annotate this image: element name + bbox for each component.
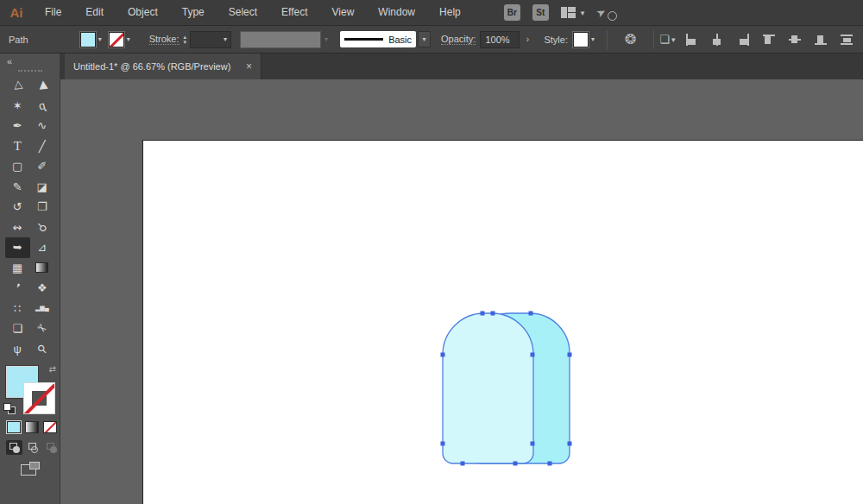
menu-file[interactable]: File [33,0,73,25]
menu-window[interactable]: Window [366,0,427,25]
share-button[interactable]: ➤ [596,5,617,21]
rotate-tool[interactable]: ↺ [5,197,30,217]
eraser-tool-icon: ◪ [37,180,47,193]
stroke-weight-dropdown[interactable]: ▾ [190,31,231,48]
mesh-tool[interactable]: ▦ [5,258,30,279]
eyedropper-tool[interactable]: ❜ [5,278,30,299]
artboard-tool[interactable]: ❏ [5,318,30,339]
menu-type[interactable]: Type [170,0,217,25]
menu-help[interactable]: Help [427,0,473,25]
anchor-point[interactable] [513,462,518,466]
blend-tool[interactable]: ❖ [30,278,55,299]
fill-color-swatch[interactable] [80,32,96,47]
brush-definition-dropdown[interactable]: Basic [340,31,416,47]
anchor-point[interactable] [529,312,533,316]
anchor-point[interactable] [441,353,445,357]
type-tool[interactable]: T [5,136,30,157]
hand-tool[interactable]: ψ [5,339,30,360]
puppet-warp-tool[interactable]: ⚲ [30,217,55,238]
paintbrush-tool[interactable]: ✐ [30,156,55,177]
draw-behind-button[interactable] [25,440,41,455]
shaper-tool[interactable]: ✎ [5,177,30,198]
vertical-align-bottom-button[interactable] [814,33,828,47]
rounded-shape-front[interactable] [443,313,533,463]
anchor-point[interactable] [491,312,495,316]
recolor-artwork-icon[interactable]: ❂ [625,31,636,47]
menu-edit[interactable]: Edit [73,0,116,25]
width-profile-dropdown[interactable] [240,31,321,48]
stroke-link[interactable]: Stroke: [149,34,180,45]
draw-normal-button[interactable] [6,440,22,455]
menu-view[interactable]: View [320,0,367,25]
menu-effect[interactable]: Effect [269,0,319,25]
stroke-none-swatch[interactable] [109,32,124,47]
style-swatch[interactable] [573,32,589,47]
perspective-grid-tool[interactable]: ⊿ [30,237,55,258]
chevron-down-icon[interactable]: ▾ [127,35,130,43]
panel-grip[interactable] [18,70,42,72]
document-tab[interactable]: Untitled-1* @ 66.67% (RGB/Preview) × [65,54,261,79]
horizontal-align-left-button[interactable] [684,33,699,47]
scale-tool[interactable]: ❐ [30,197,55,217]
horizontal-align-right-button[interactable] [736,33,751,47]
horizontal-align-center-button[interactable] [710,33,725,47]
menu-items: FileEditObjectTypeSelectEffectViewWindow… [33,0,473,25]
vertical-align-top-button[interactable] [762,33,777,47]
zoom-tool[interactable]: ⚲ [30,339,55,360]
brush-dropdown-chevron[interactable]: ▾ [418,31,431,47]
none-slash-icon [23,383,55,414]
vertical-align-center-button[interactable] [788,33,803,47]
anchor-point[interactable] [568,442,572,446]
anchor-point[interactable] [531,353,535,357]
column-graph-tool-icon: ▂▆▄ [35,305,49,312]
screen-mode-button[interactable] [21,462,40,476]
opacity-link[interactable]: Opacity: [441,34,476,45]
scale-tool-icon: ❐ [37,200,47,213]
curvature-tool[interactable]: ∿ [30,116,55,136]
lasso-tool[interactable]: ɋ [30,96,55,117]
eraser-tool[interactable]: ◪ [30,177,55,198]
swap-fill-stroke-icon[interactable]: ⇄ [49,364,56,374]
width-tool[interactable]: ↭ [5,217,30,238]
direct-selection-tool[interactable]: ▶ [30,75,55,96]
anchor-point[interactable] [548,462,552,466]
rectangle-tool[interactable]: ▢ [5,156,30,177]
shape-properties-icon[interactable]: ❏ [659,33,670,46]
selection-tool[interactable]: ▷ [5,75,30,96]
opacity-field[interactable]: 100% [480,31,520,48]
slice-tool-icon: ✂ [35,320,50,337]
opacity-more-button[interactable]: › [521,31,533,48]
stroke-color-box[interactable] [23,382,55,414]
anchor-point[interactable] [461,462,465,466]
workspace-switcher[interactable]: ▾ [561,7,585,18]
magic-wand-tool[interactable]: ✶ [5,96,30,117]
menu-select[interactable]: Select [217,0,269,25]
draw-inside-button[interactable] [43,440,60,455]
gradient-button[interactable] [25,421,39,433]
line-segment-tool[interactable]: ╱ [30,136,55,157]
column-graph-tool[interactable]: ▂▆▄ [30,299,55,319]
anchor-point[interactable] [441,442,445,446]
none-button[interactable] [43,421,57,433]
anchor-point[interactable] [568,353,572,357]
default-fill-stroke-icon[interactable] [3,403,16,414]
stroke-weight-stepper[interactable]: ▴▾ [184,35,187,45]
menu-object[interactable]: Object [116,0,170,25]
gradient-tool[interactable] [30,258,55,279]
pen-tool[interactable]: ✒ [5,116,30,136]
distribute-vertical-button[interactable] [840,33,854,47]
anchor-point[interactable] [481,312,485,316]
close-icon[interactable]: × [246,60,252,72]
shape-builder-tool[interactable]: ➥ [5,237,30,258]
anchor-point[interactable] [531,442,535,446]
symbol-sprayer-tool[interactable]: ∷ [5,299,30,319]
chevron-down-icon[interactable]: ▾ [98,35,102,43]
color-button[interactable] [7,421,21,433]
brushes-panel-button[interactable]: Br [504,4,520,21]
slice-tool[interactable]: ✂ [30,318,55,339]
canvas[interactable] [60,79,863,504]
divider [607,30,608,49]
collapse-panel-button[interactable]: « [0,54,60,66]
chevron-down-icon[interactable]: ▾ [591,35,595,43]
graphic-styles-panel-button[interactable]: St [532,4,549,21]
